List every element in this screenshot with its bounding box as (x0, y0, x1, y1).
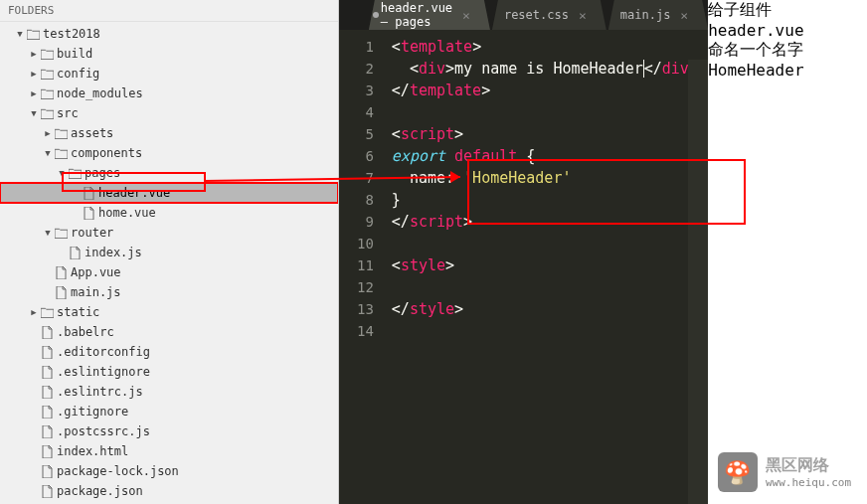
folder-node[interactable]: ▶node_modules (0, 84, 338, 103)
node-label: home.vue (98, 206, 156, 220)
line-number: 4 (339, 101, 374, 123)
file-icon (40, 465, 54, 478)
close-icon[interactable]: × (462, 8, 470, 23)
file-node[interactable]: index.js (0, 243, 338, 262)
editor-tab[interactable]: main.js× (608, 0, 708, 30)
twisty-icon[interactable]: ▼ (14, 29, 26, 39)
file-node[interactable]: .eslintignore (0, 362, 338, 382)
close-icon[interactable]: × (680, 8, 688, 23)
file-icon (82, 207, 95, 220)
line-number: 13 (339, 298, 374, 320)
file-node[interactable]: home.vue (0, 203, 338, 223)
code-content[interactable]: <template> <div>my name is HomeHeader</d… (384, 30, 708, 504)
file-icon (40, 485, 54, 498)
file-node[interactable]: .eslintrc.js (0, 382, 338, 402)
twisty-icon[interactable]: ▶ (28, 49, 40, 59)
node-label: package-lock.json (57, 464, 179, 478)
annotation-text: 给子组件header.vue 命名一个名字HomeHeader (708, 0, 867, 504)
folder-icon (40, 108, 54, 119)
tab-bar: header.vue — pages×reset.css×main.js× (339, 0, 708, 30)
file-node[interactable]: .babelrc (0, 322, 338, 342)
file-icon (40, 386, 54, 399)
node-label: router (71, 226, 113, 240)
folder-node[interactable]: ▶static (0, 302, 338, 322)
twisty-icon[interactable]: ▶ (42, 128, 54, 138)
twisty-icon[interactable]: ▼ (28, 108, 40, 118)
folders-header: FOLDERS (0, 0, 338, 22)
twisty-icon[interactable]: ▶ (28, 69, 40, 79)
folder-node[interactable]: ▼src (0, 103, 338, 123)
node-label: pages (85, 166, 120, 180)
line-number: 3 (339, 80, 374, 101)
file-node[interactable]: package-lock.json (0, 461, 338, 481)
editor-tab[interactable]: header.vue — pages× (369, 0, 490, 30)
line-number: 12 (339, 276, 374, 298)
folder-node[interactable]: ▼router (0, 223, 338, 243)
code-area[interactable]: 1234567891011121314 <template> <div>my n… (339, 30, 708, 504)
file-icon (40, 366, 54, 379)
folder-node[interactable]: ▼components (0, 143, 338, 163)
twisty-icon[interactable]: ▼ (42, 148, 54, 158)
file-explorer-sidebar: FOLDERS ▼test2018▶build▶config▶node_modu… (0, 0, 339, 504)
node-label: .postcssrc.js (57, 424, 150, 438)
node-label: .editorconfig (57, 345, 150, 359)
folder-icon (40, 307, 54, 318)
line-gutter: 1234567891011121314 (339, 30, 384, 504)
file-node[interactable]: .postcssrc.js (0, 421, 338, 441)
dirty-indicator-icon (373, 12, 379, 18)
node-label: src (57, 106, 79, 120)
node-label: .eslintrc.js (57, 385, 143, 399)
folder-icon (26, 29, 40, 40)
node-label: main.js (71, 285, 121, 299)
node-label: index.js (85, 246, 142, 259)
tab-label: header.vue — pages (381, 1, 452, 29)
folder-node[interactable]: ▼test2018 (0, 24, 338, 44)
line-number: 8 (339, 189, 374, 211)
file-node[interactable]: .editorconfig (0, 342, 338, 362)
file-node[interactable]: App.vue (0, 262, 338, 282)
file-node[interactable]: package.json (0, 481, 338, 501)
folder-node[interactable]: ▶assets (0, 123, 338, 143)
folder-icon (40, 88, 54, 99)
node-label: build (57, 47, 92, 61)
file-node[interactable]: index.html (0, 441, 338, 461)
minimap[interactable] (688, 60, 708, 504)
folder-icon (54, 128, 68, 139)
line-number: 10 (339, 233, 374, 254)
watermark: 🍄 黑区网络 www.heiqu.com (718, 452, 851, 492)
folder-icon (54, 148, 68, 159)
line-number: 7 (339, 167, 374, 189)
file-icon (54, 266, 68, 279)
file-node[interactable]: main.js (0, 282, 338, 302)
twisty-icon[interactable]: ▼ (56, 168, 68, 178)
node-label: node_modules (57, 86, 143, 100)
editor-tab[interactable]: reset.css× (492, 0, 607, 30)
file-icon (40, 406, 54, 419)
close-icon[interactable]: × (579, 8, 587, 23)
line-number: 2 (339, 58, 374, 80)
folder-node[interactable]: ▼pages (0, 163, 338, 183)
folder-icon (68, 168, 82, 179)
file-tree[interactable]: ▼test2018▶build▶config▶node_modules▼src▶… (0, 22, 338, 504)
folder-node[interactable]: ▶build (0, 44, 338, 64)
folder-icon (40, 49, 54, 60)
tab-label: main.js (620, 8, 671, 22)
file-node[interactable]: header.vue (0, 183, 338, 203)
node-label: .eslintignore (57, 365, 150, 379)
twisty-icon[interactable]: ▶ (28, 307, 40, 317)
node-label: package.json (57, 484, 143, 498)
file-node[interactable]: .gitignore (0, 402, 338, 421)
node-label: App.vue (71, 265, 121, 279)
file-icon (40, 326, 54, 339)
node-label: header.vue (98, 186, 170, 200)
node-label: .babelrc (57, 325, 114, 339)
folder-icon (40, 69, 54, 80)
file-icon (82, 187, 95, 200)
twisty-icon[interactable]: ▶ (28, 88, 40, 98)
twisty-icon[interactable]: ▼ (42, 228, 54, 238)
line-number: 14 (339, 320, 374, 342)
file-icon (40, 445, 54, 458)
folder-node[interactable]: ▶config (0, 64, 338, 84)
file-icon (40, 425, 54, 438)
line-number: 11 (339, 254, 374, 276)
